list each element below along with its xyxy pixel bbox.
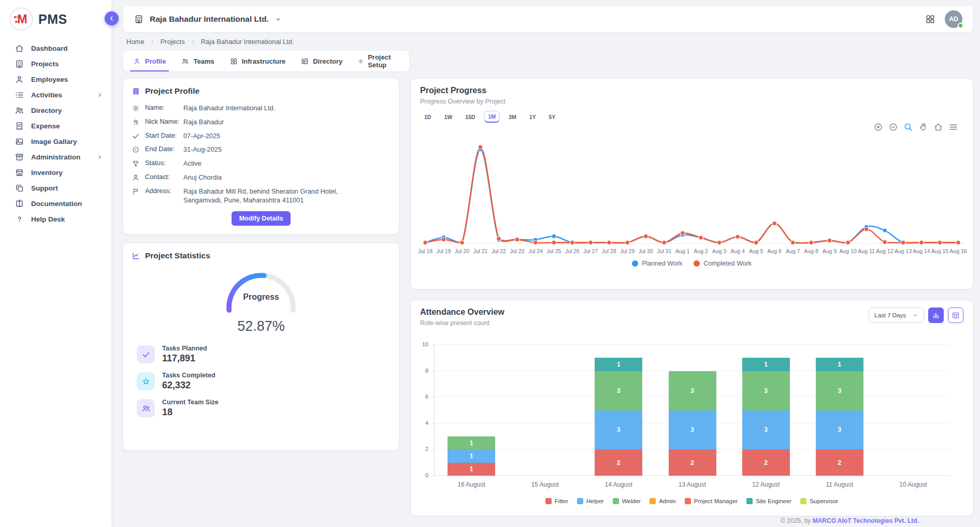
bar-segment-fitter[interactable]: 1 — [448, 463, 495, 476]
bar-segment-helper[interactable]: 3 — [669, 411, 716, 450]
bar-chart-legend: FitterHelperWelderAdminProject ManagerSi… — [411, 498, 973, 504]
selection-zoom-icon[interactable] — [903, 122, 913, 132]
sidebar-item-activities[interactable]: Activities — [0, 87, 111, 103]
sidebar-collapse-button[interactable] — [105, 11, 119, 25]
stacked-bar-13-august[interactable]: 233 — [669, 371, 716, 476]
bar-segment-site-engineer[interactable]: 1 — [595, 358, 642, 371]
pan-icon[interactable] — [918, 122, 928, 132]
chart-view-button[interactable] — [928, 308, 944, 323]
field-label: Start Date: — [145, 131, 183, 139]
menu-icon[interactable] — [948, 122, 958, 132]
legend-item[interactable]: Site Engineer — [746, 498, 791, 504]
legend-item[interactable]: Planned Work — [632, 260, 682, 267]
footer-company-link[interactable]: MARCO AIoT Technologies Pvt. Ltd. — [813, 517, 919, 524]
sidebar-item-label: Help Desk — [31, 215, 65, 223]
bar-segment-fitter[interactable]: 2 — [816, 449, 863, 476]
bar-chart[interactable]: 111233123323312331 — [435, 345, 950, 476]
line-chart[interactable] — [419, 133, 964, 255]
header-actions: AD — [925, 10, 962, 28]
sidebar-item-inventory[interactable]: Inventory — [0, 165, 111, 180]
bar-segment-welder[interactable]: 3 — [595, 371, 642, 411]
legend-swatch — [650, 498, 656, 504]
range-button-1w[interactable]: 1W — [440, 111, 456, 123]
breadcrumb-link[interactable]: Projects — [161, 38, 185, 46]
bar-segment-helper[interactable]: 3 — [742, 411, 790, 450]
tab-label: Infrastructure — [242, 57, 286, 65]
range-button-1m[interactable]: 1M — [484, 111, 500, 123]
bar-segment-helper[interactable]: 1 — [448, 449, 495, 462]
tab-profile[interactable]: Profile — [125, 51, 174, 71]
bar-segment-welder[interactable]: 3 — [742, 371, 790, 411]
table-view-button[interactable] — [948, 308, 963, 323]
sidebar-item-help-desk[interactable]: Help Desk — [0, 211, 111, 227]
stacked-bar-11-august[interactable]: 2331 — [816, 358, 863, 476]
zoom-in-icon[interactable] — [873, 122, 883, 132]
tab-directory[interactable]: Directory — [293, 51, 350, 71]
bar-segment-fitter[interactable]: 2 — [595, 449, 642, 476]
sidebar-item-dashboard[interactable]: Dashboard — [0, 40, 111, 56]
legend-item[interactable]: Completed Work — [694, 260, 752, 267]
stats-card-title: Project Statistics — [132, 251, 391, 260]
contact-card-icon — [301, 57, 309, 65]
stat-label: Current Team Size — [162, 399, 219, 406]
stacked-bar-14-august[interactable]: 2331 — [595, 358, 642, 476]
sidebar-item-employees[interactable]: Employees — [0, 71, 111, 87]
range-button-15d[interactable]: 15D — [461, 111, 479, 123]
tab-teams[interactable]: Teams — [174, 51, 222, 71]
legend-item[interactable]: Helper — [577, 498, 604, 504]
range-button-5y[interactable]: 5Y — [544, 111, 559, 123]
field-value: 07-Apr-2025 — [183, 131, 220, 140]
field-value: 31-Aug-2025 — [183, 145, 222, 154]
bar-segment-welder[interactable]: 3 — [669, 371, 716, 411]
legend-label: Helper — [586, 498, 604, 504]
range-select[interactable]: Last 7 Days — [869, 308, 924, 323]
range-button-1y[interactable]: 1Y — [525, 111, 540, 123]
bar-segment-site-engineer[interactable]: 1 — [742, 358, 790, 371]
sidebar-item-support[interactable]: Support — [0, 180, 111, 196]
stacked-bar-16-august[interactable]: 111 — [448, 436, 495, 476]
bar-segment-helper[interactable]: 3 — [595, 411, 642, 450]
sidebar-item-image-gallary[interactable]: Image Gallary — [0, 134, 111, 149]
stacked-bar-12-august[interactable]: 2331 — [742, 358, 790, 476]
sidebar-item-administration[interactable]: Administration — [0, 149, 111, 165]
sidebar-item-projects[interactable]: Projects — [0, 56, 111, 71]
range-button-1d[interactable]: 1D — [420, 111, 435, 123]
chart-line-icon — [132, 252, 140, 260]
sidebar-item-documentation[interactable]: Documentation — [0, 196, 111, 211]
home-icon[interactable] — [933, 122, 943, 132]
bar-segment-fitter[interactable]: 2 — [669, 449, 716, 476]
sidebar-item-expense[interactable]: Expense — [0, 118, 111, 134]
table-icon — [952, 311, 960, 319]
legend-label: Planned Work — [642, 260, 682, 267]
sidebar-item-directory[interactable]: Directory — [0, 103, 111, 118]
legend-item[interactable]: Supervisor — [800, 498, 838, 504]
bar-segment-site-engineer[interactable]: 1 — [816, 358, 863, 371]
field-value: Raja Bahadur — [183, 118, 224, 126]
avatar[interactable]: AD — [945, 10, 962, 28]
breadcrumb-link[interactable]: Home — [126, 38, 145, 46]
legend-item[interactable]: Fitter — [545, 498, 568, 504]
tab-infrastructure[interactable]: Infrastructure — [222, 51, 294, 71]
company-selector[interactable]: Raja Bahadur International Ltd. — [134, 14, 282, 24]
legend-swatch — [632, 260, 638, 267]
bar-segment-welder[interactable]: 3 — [816, 371, 863, 411]
bar-segment-helper[interactable]: 3 — [816, 411, 863, 450]
legend-item[interactable]: Admin — [650, 498, 676, 504]
card-title-text: Project Statistics — [145, 251, 210, 260]
zoom-out-icon[interactable] — [888, 122, 898, 132]
bar-segment-welder[interactable]: 1 — [448, 436, 495, 449]
legend-item[interactable]: Welder — [613, 498, 641, 504]
apps-grid-icon[interactable] — [925, 14, 935, 24]
bar-segment-fitter[interactable]: 2 — [742, 449, 790, 476]
attendance-controls: Last 7 Days — [869, 308, 963, 323]
legend-item[interactable]: Project Manager — [685, 498, 738, 504]
sidebar-menu: DashboardProjectsEmployeesActivitiesDire… — [0, 39, 111, 227]
bar-chart-icon — [932, 311, 940, 319]
tab-project-setup[interactable]: Project Setup — [350, 51, 407, 71]
modify-details-button[interactable]: Modify Details — [232, 211, 291, 226]
top-header: Raja Bahadur International Ltd. AD — [123, 6, 973, 32]
legend-label: Completed Work — [703, 260, 752, 267]
stat-value: 18 — [162, 407, 219, 418]
range-button-3m[interactable]: 3M — [505, 111, 521, 123]
profile-field-row: Status:Active — [132, 159, 391, 168]
